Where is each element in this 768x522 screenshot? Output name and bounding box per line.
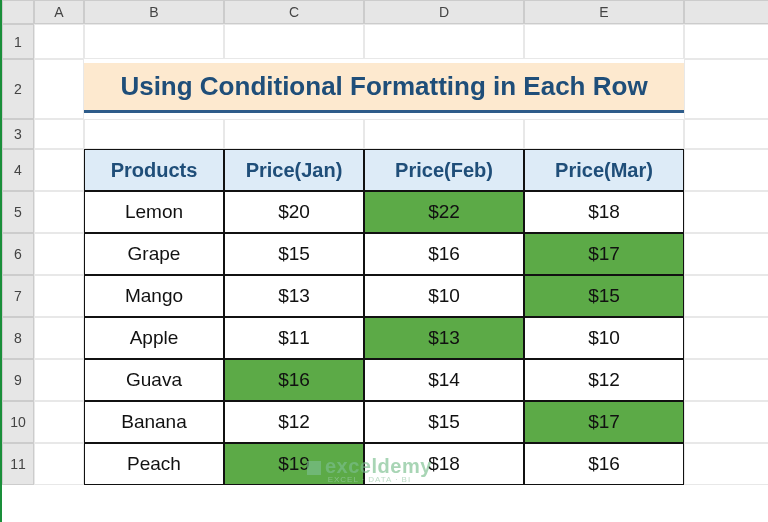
cell-a5[interactable] <box>34 191 84 233</box>
table-row[interactable]: Banana <box>84 401 224 443</box>
table-cell-mar[interactable]: $17 <box>524 401 684 443</box>
table-cell-feb[interactable]: $14 <box>364 359 524 401</box>
cell-a11[interactable] <box>34 443 84 485</box>
row-header-4[interactable]: 4 <box>2 149 34 191</box>
table-header-feb[interactable]: Price(Feb) <box>364 149 524 191</box>
cell-f2[interactable] <box>684 59 768 119</box>
row-header-6[interactable]: 6 <box>2 233 34 275</box>
row-header-7[interactable]: 7 <box>2 275 34 317</box>
table-cell-jan[interactable]: $12 <box>224 401 364 443</box>
cell-a8[interactable] <box>34 317 84 359</box>
cell-a6[interactable] <box>34 233 84 275</box>
cell-a1[interactable] <box>34 24 84 59</box>
col-header-b[interactable]: B <box>84 0 224 24</box>
cell-f9[interactable] <box>684 359 768 401</box>
col-header-a[interactable]: A <box>34 0 84 24</box>
table-cell-jan[interactable]: $11 <box>224 317 364 359</box>
cell-b3[interactable] <box>84 119 224 149</box>
cell-d3[interactable] <box>364 119 524 149</box>
table-cell-jan[interactable]: $16 <box>224 359 364 401</box>
cell-e1[interactable] <box>524 24 684 59</box>
table-cell-feb[interactable]: $13 <box>364 317 524 359</box>
cell-a2[interactable] <box>34 59 84 119</box>
table-cell-mar[interactable]: $16 <box>524 443 684 485</box>
table-row[interactable]: Mango <box>84 275 224 317</box>
table-row[interactable]: Grape <box>84 233 224 275</box>
table-cell-mar[interactable]: $12 <box>524 359 684 401</box>
table-row[interactable]: Guava <box>84 359 224 401</box>
cell-f3[interactable] <box>684 119 768 149</box>
table-header-products[interactable]: Products <box>84 149 224 191</box>
cell-a10[interactable] <box>34 401 84 443</box>
row-header-9[interactable]: 9 <box>2 359 34 401</box>
col-header-e[interactable]: E <box>524 0 684 24</box>
table-header-mar[interactable]: Price(Mar) <box>524 149 684 191</box>
cell-f10[interactable] <box>684 401 768 443</box>
cell-f5[interactable] <box>684 191 768 233</box>
table-cell-feb[interactable]: $16 <box>364 233 524 275</box>
cell-a7[interactable] <box>34 275 84 317</box>
table-row[interactable]: Peach <box>84 443 224 485</box>
row-header-11[interactable]: 11 <box>2 443 34 485</box>
cell-d1[interactable] <box>364 24 524 59</box>
col-header-d[interactable]: D <box>364 0 524 24</box>
row-header-1[interactable]: 1 <box>2 24 34 59</box>
select-all-corner[interactable] <box>2 0 34 24</box>
table-cell-mar[interactable]: $10 <box>524 317 684 359</box>
table-header-jan[interactable]: Price(Jan) <box>224 149 364 191</box>
table-cell-mar[interactable]: $18 <box>524 191 684 233</box>
table-cell-feb[interactable]: $18 <box>364 443 524 485</box>
row-header-10[interactable]: 10 <box>2 401 34 443</box>
cell-e3[interactable] <box>524 119 684 149</box>
table-cell-mar[interactable]: $15 <box>524 275 684 317</box>
cell-c1[interactable] <box>224 24 364 59</box>
cell-f11[interactable] <box>684 443 768 485</box>
row-header-8[interactable]: 8 <box>2 317 34 359</box>
row-header-5[interactable]: 5 <box>2 191 34 233</box>
table-cell-jan[interactable]: $15 <box>224 233 364 275</box>
cell-f8[interactable] <box>684 317 768 359</box>
table-cell-jan[interactable]: $13 <box>224 275 364 317</box>
table-cell-feb[interactable]: $10 <box>364 275 524 317</box>
cell-f6[interactable] <box>684 233 768 275</box>
table-cell-jan[interactable]: $19 <box>224 443 364 485</box>
cell-a4[interactable] <box>34 149 84 191</box>
table-cell-feb[interactable]: $22 <box>364 191 524 233</box>
table-cell-jan[interactable]: $20 <box>224 191 364 233</box>
spreadsheet-grid: A B C D E 1 2 Using Conditional Formatti… <box>2 0 768 485</box>
table-row[interactable]: Apple <box>84 317 224 359</box>
table-row[interactable]: Lemon <box>84 191 224 233</box>
cell-f4[interactable] <box>684 149 768 191</box>
cell-a9[interactable] <box>34 359 84 401</box>
page-title[interactable]: Using Conditional Formatting in Each Row <box>84 63 684 113</box>
cell-b1[interactable] <box>84 24 224 59</box>
row-header-2[interactable]: 2 <box>2 59 34 119</box>
cell-c3[interactable] <box>224 119 364 149</box>
cell-f1[interactable] <box>684 24 768 59</box>
table-cell-feb[interactable]: $15 <box>364 401 524 443</box>
cell-a3[interactable] <box>34 119 84 149</box>
col-header-blank[interactable] <box>684 0 768 24</box>
col-header-c[interactable]: C <box>224 0 364 24</box>
table-cell-mar[interactable]: $17 <box>524 233 684 275</box>
cell-f7[interactable] <box>684 275 768 317</box>
row-header-3[interactable]: 3 <box>2 119 34 149</box>
